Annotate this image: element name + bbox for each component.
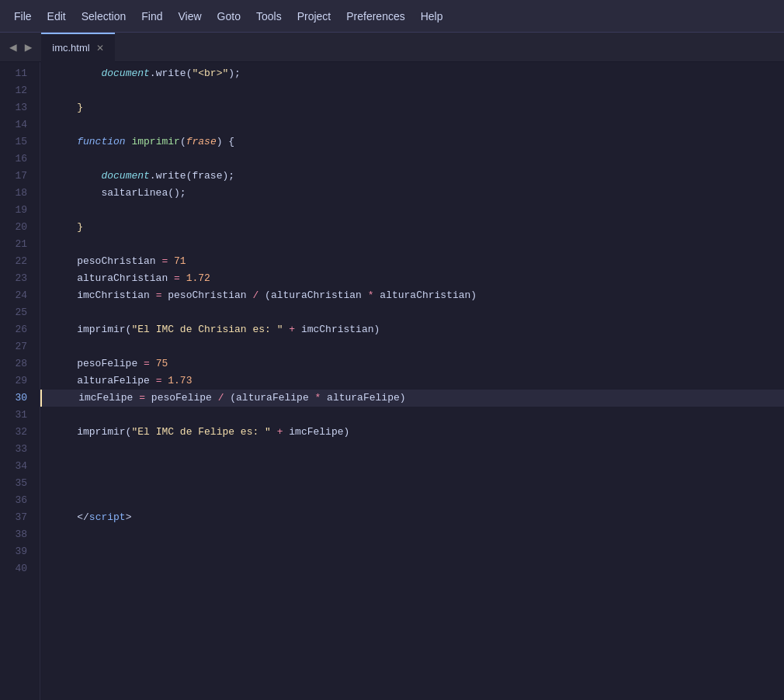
code-line-20: } xyxy=(40,219,784,236)
code-line-19 xyxy=(40,202,784,219)
code-line-39 xyxy=(40,543,784,560)
code-line-25 xyxy=(40,304,784,321)
code-line-38 xyxy=(40,526,784,543)
editor: 11 12 13 14 15 16 17 18 19 20 21 22 23 2… xyxy=(0,62,784,700)
code-line-26: imprimir("El IMC de Chrisian es: " + imc… xyxy=(40,321,784,338)
code-line-13: } xyxy=(40,99,784,116)
line-num-27: 27 xyxy=(6,338,27,355)
line-num-35: 35 xyxy=(6,475,27,492)
nav-arrows: ◀ ▶ xyxy=(0,38,41,57)
line-num-11: 11 xyxy=(6,65,27,82)
code-line-21 xyxy=(40,236,784,253)
code-line-35 xyxy=(40,475,784,492)
menu-project[interactable]: Project xyxy=(290,7,339,26)
menu-view[interactable]: View xyxy=(171,7,210,26)
line-num-20: 20 xyxy=(6,219,27,236)
code-line-28: pesoFelipe = 75 xyxy=(40,355,784,373)
code-line-32: imprimir("El IMC de Felipe es: " + imcFe… xyxy=(40,424,784,441)
line-num-26: 26 xyxy=(6,321,27,338)
line-num-37: 37 xyxy=(6,509,27,526)
menu-file[interactable]: File xyxy=(6,7,40,26)
line-num-19: 19 xyxy=(6,202,27,219)
menu-find[interactable]: Find xyxy=(134,7,170,26)
code-line-14 xyxy=(40,116,784,133)
line-num-29: 29 xyxy=(6,373,27,390)
tab-imc-html[interactable]: imc.html ✕ xyxy=(41,33,114,62)
line-num-25: 25 xyxy=(6,304,27,321)
line-num-30: 30 xyxy=(6,390,27,407)
code-line-11: document.write("<br>"); xyxy=(40,65,784,82)
code-area[interactable]: document.write("<br>"); } function impri… xyxy=(40,62,784,700)
line-num-22: 22 xyxy=(6,253,27,270)
code-line-18: saltarLinea(); xyxy=(40,185,784,202)
line-num-38: 38 xyxy=(6,526,27,543)
line-num-21: 21 xyxy=(6,236,27,253)
menu-edit[interactable]: Edit xyxy=(40,7,74,26)
line-num-23: 23 xyxy=(6,270,27,287)
line-num-14: 14 xyxy=(6,116,27,133)
menu-preferences[interactable]: Preferences xyxy=(338,7,412,26)
line-numbers: 11 12 13 14 15 16 17 18 19 20 21 22 23 2… xyxy=(0,62,40,700)
line-num-16: 16 xyxy=(6,151,27,168)
code-line-36 xyxy=(40,492,784,509)
menu-tools[interactable]: Tools xyxy=(248,7,290,26)
line-num-39: 39 xyxy=(6,543,27,560)
line-num-33: 33 xyxy=(6,441,27,458)
tab-label: imc.html xyxy=(52,42,89,54)
nav-next-icon[interactable]: ▶ xyxy=(22,38,36,57)
line-num-24: 24 xyxy=(6,287,27,304)
code-line-17: document.write(frase); xyxy=(40,168,784,185)
menubar: File Edit Selection Find View Goto Tools… xyxy=(0,0,784,33)
line-num-15: 15 xyxy=(6,133,27,151)
code-line-23: alturaChristian = 1.72 xyxy=(40,270,784,287)
code-line-30: imcFelipe = pesoFelipe / (alturaFelipe *… xyxy=(40,390,784,407)
line-num-31: 31 xyxy=(6,407,27,424)
code-line-29: alturaFelipe = 1.73 xyxy=(40,373,784,390)
line-num-32: 32 xyxy=(6,424,27,441)
code-line-37: </script> xyxy=(40,509,784,526)
line-num-40: 40 xyxy=(6,560,27,577)
code-line-22: pesoChristian = 71 xyxy=(40,253,784,270)
code-line-27 xyxy=(40,338,784,355)
line-num-36: 36 xyxy=(6,492,27,509)
menu-selection[interactable]: Selection xyxy=(74,7,134,26)
tabbar: ◀ ▶ imc.html ✕ xyxy=(0,33,784,62)
menu-goto[interactable]: Goto xyxy=(210,7,248,26)
line-num-18: 18 xyxy=(6,185,27,202)
line-num-28: 28 xyxy=(6,355,27,373)
line-num-13: 13 xyxy=(6,99,27,116)
code-line-40 xyxy=(40,560,784,577)
nav-prev-icon[interactable]: ◀ xyxy=(6,38,20,57)
code-line-33 xyxy=(40,441,784,458)
menu-help[interactable]: Help xyxy=(413,7,451,26)
code-line-34 xyxy=(40,458,784,475)
code-line-16 xyxy=(40,151,784,168)
code-line-24: imcChristian = pesoChristian / (alturaCh… xyxy=(40,287,784,304)
code-line-15: function imprimir(frase) { xyxy=(40,133,784,151)
code-line-31 xyxy=(40,407,784,424)
code-line-12 xyxy=(40,82,784,99)
tab-close-icon[interactable]: ✕ xyxy=(96,43,104,54)
line-num-12: 12 xyxy=(6,82,27,99)
line-num-34: 34 xyxy=(6,458,27,475)
line-num-17: 17 xyxy=(6,168,27,185)
